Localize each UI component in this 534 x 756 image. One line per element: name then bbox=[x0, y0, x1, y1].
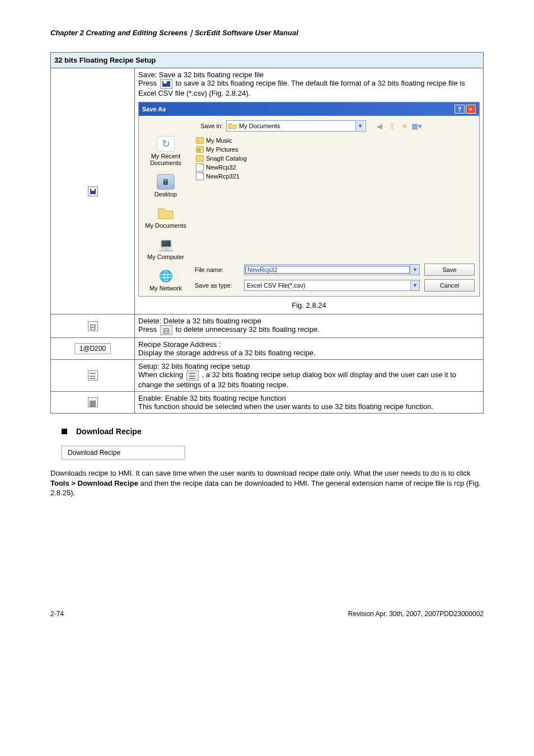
filename-label: File name: bbox=[195, 266, 240, 273]
cancel-button[interactable]: Cancel bbox=[424, 279, 475, 292]
file-icon bbox=[196, 163, 204, 171]
delete-recipe-icon: ⊟ bbox=[88, 321, 98, 331]
dropdown-icon[interactable]: ▼ bbox=[355, 121, 364, 130]
place-desktop[interactable]: 🖥 Desktop bbox=[154, 174, 177, 198]
saveas-title-text: Save As bbox=[142, 106, 166, 112]
save-button[interactable]: Save bbox=[424, 264, 475, 276]
delete-line2: Press ⊟ to delete unnecessary 32 bits fl… bbox=[138, 325, 480, 335]
enable-recipe-icon: ▦ bbox=[88, 397, 98, 407]
save-desc-cell: Save: Save a 32 bits floating recipe fil… bbox=[135, 68, 484, 314]
save-line1: Save: Save a 32 bits floating recipe fil… bbox=[138, 71, 480, 79]
page-number: 2-74 bbox=[50, 610, 64, 618]
setup-line1: Setup: 32 bits floating recipe setup bbox=[138, 362, 480, 370]
figure-caption: Fig. 2.8.24 bbox=[138, 299, 480, 312]
storage-line2: Display the storage address of a 32 bits… bbox=[138, 349, 480, 357]
setup-recipe-icon: ☰ bbox=[88, 370, 98, 381]
folder-icon bbox=[196, 155, 204, 162]
place-mycomp[interactable]: 💻 My Computer bbox=[147, 237, 184, 260]
list-item[interactable]: NewRcp32 bbox=[196, 163, 474, 172]
folder-icon bbox=[196, 137, 204, 144]
storage-line1: Recipe Storage Address : bbox=[138, 340, 480, 349]
place-mydocs[interactable]: My Documents bbox=[145, 205, 186, 229]
table-row: Save: Save a 32 bits floating recipe fil… bbox=[51, 68, 484, 314]
file-list[interactable]: My Music My Pictures SnagIt Catalog NewR… bbox=[195, 135, 475, 260]
table-title: 32 bits Floating Recipe Setup bbox=[51, 53, 484, 68]
setup-line2: When clicking ☰ , a 32 bits floating rec… bbox=[138, 370, 480, 389]
enable-desc-cell: Enable: Enable 32 bits floating recipe f… bbox=[135, 392, 484, 414]
storage-desc-cell: Recipe Storage Address : Display the sto… bbox=[135, 338, 484, 360]
saveas-titlebar: Save As ? × bbox=[139, 102, 479, 116]
up-icon[interactable]: ⇧ bbox=[387, 121, 396, 130]
mydocs-icon bbox=[157, 205, 175, 221]
folder-icon bbox=[196, 146, 204, 153]
floppy-icon bbox=[88, 186, 98, 196]
storage-address-field[interactable]: 1@D200 bbox=[74, 343, 111, 354]
savetype-combo[interactable]: Excel CSV File(*.csv) ▼ bbox=[244, 280, 420, 291]
dropdown-icon[interactable]: ▼ bbox=[410, 265, 419, 275]
floppy-icon-inline bbox=[160, 79, 172, 89]
new-folder-icon[interactable]: ✳ bbox=[400, 121, 409, 130]
saveas-dialog: Save As ? × ↻ My Recent Documents bbox=[138, 102, 480, 297]
save-line2: Press to save a 32 bits floating recipe … bbox=[138, 79, 480, 97]
list-item[interactable]: My Music bbox=[196, 136, 474, 145]
table-row: ▦ Enable: Enable 32 bits floating recipe… bbox=[51, 392, 484, 414]
delete-recipe-icon-inline: ⊟ bbox=[160, 325, 172, 335]
help-button[interactable]: ? bbox=[455, 105, 465, 114]
savein-label: Save in: bbox=[195, 123, 223, 129]
enable-icon-cell: ▦ bbox=[51, 392, 135, 414]
file-icon bbox=[196, 172, 204, 180]
savein-combo[interactable]: My Documents ▼ bbox=[226, 120, 366, 132]
folder-icon bbox=[228, 122, 237, 130]
bullet-square-icon bbox=[62, 429, 67, 434]
list-item[interactable]: SnagIt Catalog bbox=[196, 154, 474, 163]
setup-icon-cell: ☰ bbox=[51, 360, 135, 392]
filename-input[interactable]: NewRcp32 ▼ bbox=[244, 264, 420, 275]
setup-recipe-icon-inline: ☰ bbox=[186, 370, 199, 381]
list-item[interactable]: My Pictures bbox=[196, 145, 474, 154]
download-recipe-menuitem[interactable]: Download Recipe bbox=[62, 446, 185, 459]
delete-line1: Delete: Delete a 32 bits floating recipe bbox=[138, 317, 480, 325]
section-header: Download Recipe bbox=[50, 427, 484, 436]
download-recipe-paragraph: Downloads recipe to HMI. It can save tim… bbox=[50, 468, 484, 498]
recipe-table: 32 bits Floating Recipe Setup Save: Save… bbox=[50, 52, 484, 414]
revision-text: Revision Apr. 30th, 2007, 2007PDD2300000… bbox=[348, 610, 484, 618]
page-footer: 2-74 Revision Apr. 30th, 2007, 2007PDD23… bbox=[50, 610, 484, 618]
delete-icon-cell: ⊟ bbox=[51, 314, 135, 338]
dropdown-icon[interactable]: ▼ bbox=[410, 280, 419, 290]
place-recent[interactable]: ↻ My Recent Documents bbox=[143, 136, 188, 166]
computer-icon: 💻 bbox=[157, 237, 175, 252]
enable-line1: Enable: Enable 32 bits floating recipe f… bbox=[138, 394, 480, 402]
delete-desc-cell: Delete: Delete a 32 bits floating recipe… bbox=[135, 314, 484, 338]
places-bar: ↻ My Recent Documents 🖥 Desktop bbox=[143, 120, 188, 292]
storage-icon-cell: 1@D200 bbox=[51, 338, 135, 360]
savetype-label: Save as type: bbox=[195, 282, 240, 289]
back-icon[interactable]: ◀ bbox=[375, 121, 384, 130]
enable-line2: This function should be selected when th… bbox=[138, 402, 480, 411]
network-icon: 🌐 bbox=[157, 268, 175, 284]
table-row: 1@D200 Recipe Storage Address : Display … bbox=[51, 338, 484, 360]
save-icon-cell bbox=[51, 68, 135, 314]
recent-docs-icon: ↻ bbox=[157, 136, 175, 152]
desktop-icon: 🖥 bbox=[157, 174, 175, 190]
place-mynet[interactable]: 🌐 My Network bbox=[149, 268, 182, 292]
list-item[interactable]: NewRcp321 bbox=[196, 172, 474, 181]
chapter-header: Chapter 2 Creating and Editing Screens｜S… bbox=[50, 28, 484, 38]
section-title: Download Recipe bbox=[76, 427, 142, 436]
table-row: ⊟ Delete: Delete a 32 bits floating reci… bbox=[51, 314, 484, 338]
close-button[interactable]: × bbox=[466, 105, 476, 114]
views-icon[interactable]: ▦▾ bbox=[412, 121, 421, 130]
setup-desc-cell: Setup: 32 bits floating recipe setup Whe… bbox=[135, 360, 484, 392]
table-row: ☰ Setup: 32 bits floating recipe setup W… bbox=[51, 360, 484, 392]
